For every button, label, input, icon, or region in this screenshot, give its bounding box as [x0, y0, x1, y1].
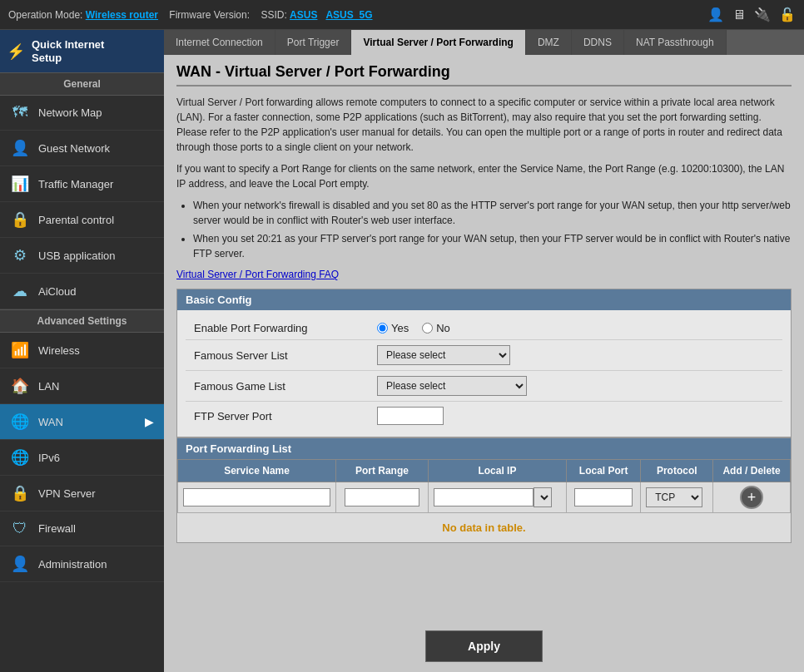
- description-2: If you want to specify a Port Range for …: [176, 161, 792, 191]
- col-port-range: Port Range: [336, 460, 429, 482]
- sidebar-item-wan[interactable]: 🌐 WAN ▶: [0, 404, 164, 440]
- lan-icon: 🏠: [10, 377, 30, 395]
- port-forwarding-table-wrap: Service Name Port Range Local IP Local P…: [177, 459, 791, 542]
- famous-server-value: Please select: [377, 345, 774, 365]
- cell-add-delete: +: [713, 482, 791, 513]
- add-button[interactable]: +: [740, 486, 763, 509]
- operation-mode-label: Operation Mode: Wireless router Firmware…: [8, 9, 372, 21]
- table-header-row: Service Name Port Range Local IP Local P…: [178, 460, 791, 482]
- sidebar-item-ipv6[interactable]: 🌐 IPv6: [0, 440, 164, 476]
- local-ip-dropdown[interactable]: ▼: [534, 487, 552, 507]
- wan-icon: 🌐: [10, 413, 30, 431]
- famous-game-select[interactable]: Please select: [377, 376, 527, 396]
- usb-icon[interactable]: 🔌: [754, 7, 771, 22]
- sidebar-item-network-map[interactable]: 🗺 Network Map: [0, 96, 164, 131]
- sidebar-item-label-usb-application: USB application: [38, 250, 116, 262]
- parental-control-icon: 🔒: [10, 210, 30, 229]
- enable-port-forwarding-label: Enable Port Forwarding: [194, 322, 377, 334]
- sidebar-item-label-traffic-manager: Traffic Manager: [38, 178, 113, 190]
- advanced-section-label: Advanced Settings: [0, 309, 164, 333]
- tab-bar: Internet Connection Port Trigger Virtual…: [164, 30, 804, 55]
- administration-icon: 👤: [10, 555, 30, 573]
- enable-port-forwarding-value: Yes No: [377, 322, 774, 334]
- ssid-value1: ASUS: [290, 9, 317, 21]
- tab-internet-connection[interactable]: Internet Connection: [164, 30, 275, 55]
- logout-icon[interactable]: 🔓: [779, 7, 796, 22]
- basic-config-header: Basic Config: [177, 289, 791, 310]
- basic-config-section: Basic Config Enable Port Forwarding Yes: [176, 289, 792, 437]
- col-local-port: Local Port: [567, 460, 641, 482]
- famous-game-value: Please select: [377, 376, 774, 396]
- quick-setup-icon: ⚡: [7, 42, 25, 61]
- cell-local-port: [567, 482, 641, 513]
- sidebar-item-administration[interactable]: 👤 Administration: [0, 546, 164, 582]
- sidebar-item-guest-network[interactable]: 👤 Guest Network: [0, 131, 164, 166]
- enable-no-radio[interactable]: [422, 323, 433, 334]
- sidebar-item-label-ipv6: IPv6: [38, 452, 60, 464]
- port-forwarding-header: Port Forwarding List: [177, 438, 791, 459]
- no-data-row: No data in table.: [178, 513, 791, 543]
- cell-service-name: [178, 482, 336, 513]
- sidebar-item-lan[interactable]: 🏠 LAN: [0, 368, 164, 404]
- sidebar-item-parental-control[interactable]: 🔒 Parental control: [0, 202, 164, 238]
- ssid-value2: ASUS_5G: [325, 9, 372, 21]
- layout: ⚡ Quick InternetSetup General 🗺 Network …: [0, 30, 804, 672]
- sidebar-item-firewall[interactable]: 🛡 Firewall: [0, 511, 164, 546]
- apply-button[interactable]: Apply: [425, 630, 543, 662]
- famous-server-row: Famous Server List Please select: [186, 340, 782, 371]
- top-bar: Operation Mode: Wireless router Firmware…: [0, 0, 804, 30]
- famous-server-select[interactable]: Please select: [377, 345, 510, 365]
- basic-config-content: Enable Port Forwarding Yes No: [177, 310, 791, 437]
- port-forwarding-table: Service Name Port Range Local IP Local P…: [177, 459, 791, 542]
- tab-port-trigger[interactable]: Port Trigger: [275, 30, 352, 55]
- famous-server-label: Famous Server List: [194, 349, 377, 362]
- enable-yes-label: Yes: [391, 322, 409, 334]
- sidebar-item-traffic-manager[interactable]: 📊 Traffic Manager: [0, 166, 164, 202]
- sidebar-item-label-wan: WAN: [38, 416, 63, 428]
- famous-game-label: Famous Game List: [194, 380, 377, 393]
- table-input-row: ▼ TCP: [178, 482, 791, 513]
- user-icon[interactable]: 👤: [707, 7, 724, 22]
- sidebar-item-vpn-server[interactable]: 🔒 VPN Server: [0, 476, 164, 511]
- ftp-port-row: FTP Server Port 2021: [186, 402, 782, 430]
- traffic-manager-icon: 📊: [10, 175, 30, 193]
- cell-port-range: [336, 482, 429, 513]
- sidebar-item-aicloud[interactable]: ☁ AiCloud: [0, 274, 164, 309]
- faq-link[interactable]: Virtual Server / Port Forwarding FAQ: [176, 269, 339, 280]
- service-name-input[interactable]: [183, 488, 330, 506]
- local-ip-input[interactable]: [434, 488, 534, 506]
- ftp-port-input[interactable]: 2021: [377, 407, 444, 425]
- sidebar-item-label-vpn-server: VPN Server: [38, 487, 96, 500]
- operation-mode-value: Wireless router: [86, 9, 158, 21]
- local-port-input[interactable]: [574, 488, 633, 506]
- page-content: WAN - Virtual Server / Port Forwarding V…: [164, 55, 804, 620]
- port-range-input[interactable]: [345, 488, 419, 506]
- top-bar-icons: 👤 🖥 🔌 🔓: [707, 7, 796, 22]
- famous-game-row: Famous Game List Please select: [186, 371, 782, 402]
- network-map-icon: 🗺: [10, 104, 30, 121]
- router-icon[interactable]: 🖥: [732, 7, 746, 22]
- sidebar-item-label-lan: LAN: [38, 380, 59, 393]
- col-local-ip: Local IP: [428, 460, 566, 482]
- quick-setup-header[interactable]: ⚡ Quick InternetSetup: [0, 30, 164, 72]
- local-ip-wrap: ▼: [434, 487, 561, 507]
- info-bullets: When your network's firewall is disabled…: [193, 198, 792, 261]
- cell-protocol: TCP UDP BOTH: [641, 482, 713, 513]
- enable-yes-radio[interactable]: [377, 323, 388, 334]
- tab-virtual-server[interactable]: Virtual Server / Port Forwarding: [351, 30, 526, 55]
- quick-setup-label: Quick InternetSetup: [32, 38, 104, 64]
- sidebar-item-label-guest-network: Guest Network: [38, 142, 110, 155]
- enable-yes-radio-label[interactable]: Yes: [377, 322, 409, 334]
- sidebar-item-label-network-map: Network Map: [38, 106, 102, 119]
- sidebar-item-label-aicloud: AiCloud: [38, 285, 77, 298]
- tab-ddns[interactable]: DDNS: [572, 30, 624, 55]
- col-protocol: Protocol: [641, 460, 713, 482]
- tab-dmz[interactable]: DMZ: [526, 30, 572, 55]
- protocol-select[interactable]: TCP UDP BOTH: [646, 487, 702, 507]
- tab-nat-passthrough[interactable]: NAT Passthrough: [624, 30, 727, 55]
- sidebar-item-usb-application[interactable]: ⚙ USB application: [0, 238, 164, 274]
- sidebar-item-wireless[interactable]: 📶 Wireless: [0, 333, 164, 368]
- port-forwarding-section: Port Forwarding List Service Name Port R…: [176, 437, 792, 543]
- sidebar-item-label-firewall: Firewall: [38, 522, 76, 535]
- enable-no-radio-label[interactable]: No: [422, 322, 450, 334]
